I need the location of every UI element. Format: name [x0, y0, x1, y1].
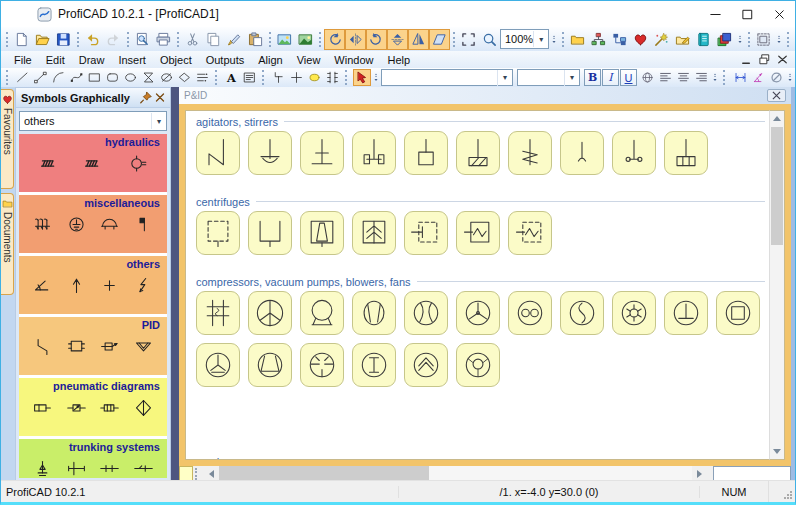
symbol-tile[interactable] — [196, 343, 240, 387]
window-minimize-button[interactable] — [699, 1, 731, 27]
symbols-folder-button[interactable] — [567, 29, 588, 50]
toolbar-grip[interactable] — [748, 32, 750, 47]
gate-tool[interactable] — [270, 69, 288, 86]
menu-item[interactable]: Help — [380, 53, 417, 67]
bold-button[interactable]: B — [584, 69, 601, 86]
mdi-close-button[interactable] — [775, 53, 790, 66]
hierarchy-button[interactable] — [588, 29, 609, 50]
symbol-tile[interactable] — [612, 131, 656, 175]
font-size-combobox[interactable]: ▾ — [517, 69, 580, 86]
rectangle-tool[interactable] — [86, 69, 104, 86]
symbol-tile[interactable] — [508, 131, 552, 175]
line-style-tool[interactable] — [194, 69, 212, 86]
symbol-preview[interactable] — [38, 153, 59, 174]
rotate-right-button[interactable] — [366, 29, 387, 50]
chevron-down-icon[interactable]: ▾ — [564, 70, 579, 86]
linear-dimension-button[interactable] — [731, 69, 749, 86]
symbol-preview[interactable] — [133, 458, 154, 478]
shear-button[interactable] — [429, 29, 450, 50]
paste-button[interactable] — [245, 29, 266, 50]
pointer-tool[interactable] — [353, 69, 371, 86]
copy-button[interactable] — [203, 29, 224, 50]
symbol-tile[interactable] — [248, 343, 292, 387]
symbol-preview[interactable] — [66, 397, 87, 418]
edit-symbol-button[interactable] — [672, 29, 693, 50]
symbol-tile[interactable] — [352, 131, 396, 175]
symbol-preview[interactable] — [32, 214, 53, 235]
select-region-button[interactable] — [458, 29, 479, 50]
symbol-tile[interactable] — [456, 211, 500, 255]
symbol-tile[interactable] — [404, 131, 448, 175]
align-left-button[interactable] — [792, 29, 796, 50]
undo-button[interactable] — [82, 29, 103, 50]
panel-splitter[interactable] — [171, 87, 179, 482]
magic-wand-button[interactable] — [651, 29, 672, 50]
scroll-down-icon[interactable] — [770, 444, 784, 459]
menu-item[interactable]: Window — [327, 53, 380, 67]
window-close-button[interactable] — [763, 1, 795, 27]
mdi-restore-button[interactable] — [757, 53, 772, 66]
symbol-tile[interactable] — [352, 291, 396, 335]
tab-favourites[interactable]: Favourites — [1, 89, 14, 189]
symbol-tile[interactable] — [196, 291, 240, 335]
share-button[interactable] — [609, 29, 630, 50]
crossed-ellipse-tool[interactable] — [158, 69, 176, 86]
mdi-minimize-button[interactable] — [739, 53, 754, 66]
toolbar-grip[interactable] — [562, 32, 564, 47]
node-tool[interactable] — [306, 69, 324, 86]
symbol-tile[interactable] — [716, 291, 760, 335]
underline-button[interactable]: U — [620, 69, 637, 86]
vertical-scroll-thumb[interactable] — [771, 127, 783, 245]
menu-item[interactable]: Outputs — [199, 53, 252, 67]
toolbar-grip[interactable] — [787, 32, 789, 47]
menu-item[interactable]: File — [7, 53, 39, 67]
group-objects-button[interactable] — [753, 29, 774, 50]
tab-documents[interactable]: Documents — [1, 193, 14, 295]
textbox-tool[interactable] — [241, 69, 259, 86]
pin-icon[interactable] — [139, 91, 153, 104]
toolbar-grip[interactable] — [723, 70, 728, 85]
font-family-combobox[interactable]: ▾ — [381, 69, 513, 86]
symbol-tile[interactable] — [352, 211, 396, 255]
menu-item[interactable]: Align — [251, 53, 289, 67]
symbol-tile[interactable] — [300, 291, 344, 335]
junction-tool[interactable] — [288, 69, 306, 86]
symbol-preview[interactable] — [133, 336, 154, 357]
print-preview-button[interactable] — [132, 29, 153, 50]
menu-item[interactable]: Edit — [39, 53, 72, 67]
symbol-preview[interactable] — [66, 336, 87, 357]
chevron-down-icon[interactable]: ▾ — [497, 70, 512, 86]
toolbar-overflow-icon[interactable] — [785, 68, 795, 88]
flip-horizontal-button[interactable] — [345, 29, 366, 50]
open-button[interactable] — [32, 29, 53, 50]
toolbar-overflow-icon[interactable] — [371, 68, 381, 88]
cut-button[interactable] — [182, 29, 203, 50]
angle-dimension-button[interactable] — [749, 69, 767, 86]
symbol-tile[interactable] — [612, 291, 656, 335]
rounded-rectangle-tool[interactable] — [104, 69, 122, 86]
symbol-preview[interactable] — [32, 275, 53, 296]
scroll-up-icon[interactable] — [770, 111, 784, 126]
notebook-button[interactable] — [693, 29, 714, 50]
menu-item[interactable]: Draw — [72, 53, 112, 67]
symbol-preview[interactable] — [82, 153, 103, 174]
symbol-tile[interactable] — [560, 291, 604, 335]
symbol-tile[interactable] — [664, 291, 708, 335]
vertical-scrollbar[interactable] — [769, 110, 785, 460]
symbol-tile[interactable] — [248, 291, 292, 335]
arc-tool[interactable] — [50, 69, 68, 86]
layers-button[interactable] — [714, 29, 735, 50]
redo-button[interactable] — [103, 29, 124, 50]
symbol-preview[interactable] — [32, 458, 53, 478]
new-button[interactable] — [11, 29, 32, 50]
symbol-tile[interactable] — [664, 131, 708, 175]
symbol-tile[interactable] — [300, 343, 344, 387]
hourglass-tool[interactable] — [140, 69, 158, 86]
label-tool[interactable] — [176, 69, 194, 86]
rotate-left-button[interactable] — [324, 29, 345, 50]
symbol-tile[interactable] — [248, 211, 292, 255]
symbol-tile[interactable] — [196, 211, 240, 255]
zoom-button[interactable] — [479, 29, 500, 50]
symbol-tile[interactable] — [508, 211, 552, 255]
symbol-tile[interactable] — [404, 291, 448, 335]
